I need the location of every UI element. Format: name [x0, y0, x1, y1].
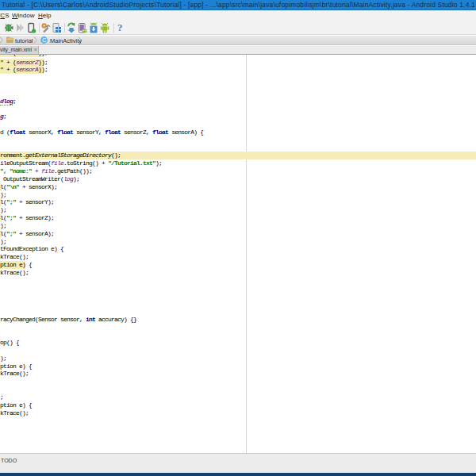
svg-text:?: ? — [117, 21, 123, 33]
svg-text:C: C — [42, 37, 46, 43]
